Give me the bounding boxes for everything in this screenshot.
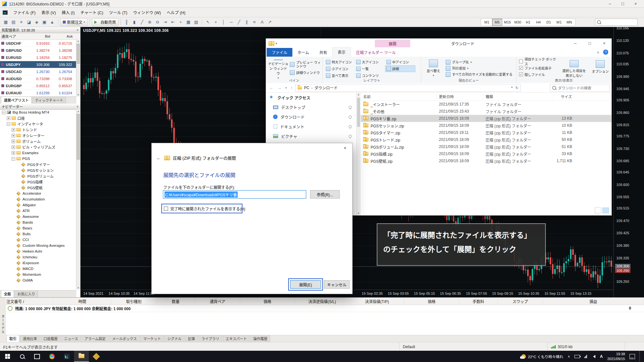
tree-toggle-icon[interactable]: + (12, 140, 15, 143)
details-view-icon[interactable] (595, 208, 601, 213)
file-row[interactable]: _その他2021/09/15 15:43ファイル フォルダー (361, 108, 611, 115)
tree-item[interactable]: −PGS (0, 156, 76, 162)
terminal-column-header[interactable]: 取引種別 (111, 299, 156, 304)
cancel-button[interactable]: キャンセル (324, 280, 350, 289)
file-row[interactable]: PGS壁紙.zip2021/09/15 18:09圧縮 (zip 形式) フォル… (361, 157, 611, 164)
timeframe-w1[interactable]: W1 (554, 19, 564, 26)
browse-button[interactable]: 参照(R)... (310, 190, 340, 199)
tree-item[interactable]: Bulls (0, 231, 76, 237)
hidden-icons-chevron[interactable]: ∧ (568, 355, 570, 358)
tree-item[interactable]: Bands (0, 219, 76, 225)
explorer-tab[interactable]: 共有 (314, 48, 332, 57)
weather-widget[interactable]: 22°C くもり時々晴れ (521, 354, 563, 359)
terminal-tab[interactable]: 口座履歴 (41, 335, 61, 342)
file-column-header[interactable]: サイズ (552, 94, 575, 99)
tree-item[interactable]: +ビル・ウィリアムズ (0, 144, 76, 150)
layout-option[interactable]: 大アイコン (355, 59, 385, 65)
scroll-down-icon[interactable]: ▼ (356, 211, 361, 215)
explorer-nav-item[interactable]: クイック アクセス (266, 93, 356, 102)
new-chart-icon[interactable]: ▦ (2, 18, 10, 26)
explorer-nav-item[interactable]: ドキュメント (266, 122, 356, 131)
tree-item[interactable]: Alligator (0, 202, 76, 208)
profiles-icon[interactable]: ▤ (10, 18, 17, 26)
preview-pane-button[interactable]: プレビュー ウィンドウ (290, 60, 321, 68)
close-icon[interactable]: × (77, 28, 79, 32)
tree-item[interactable]: Momentum (0, 272, 76, 277)
taskbar-search-button[interactable] (15, 351, 30, 362)
terminal-tab[interactable]: 運用比率 (20, 335, 40, 342)
column-symbol[interactable]: 通貨ペア (0, 34, 29, 39)
options-button[interactable]: オプション (591, 59, 610, 78)
large-icons-view-icon[interactable] (602, 208, 609, 213)
maximize-button[interactable]: □ (616, 0, 629, 7)
close-icon[interactable]: × (338, 143, 352, 153)
terminal-column-header[interactable]: 注文番号 / (5, 299, 53, 304)
navigator-scrollbar[interactable]: ▲ ▼ (76, 109, 80, 290)
terminal-tab[interactable]: 取引 (6, 335, 19, 342)
file-column-header[interactable]: 種類 (483, 94, 552, 99)
navigation-pane-button[interactable]: ナビゲーション ウィンドウ ▾ (268, 58, 289, 78)
market-watch-row[interactable]: EURAUD1.612991.61324 (0, 89, 80, 97)
layout-option[interactable]: 一覧 (355, 65, 385, 72)
tree-toggle-icon[interactable]: + (7, 116, 10, 120)
explorer-search-box[interactable]: ダウンロードの検索 (550, 84, 610, 92)
zoom-out-icon[interactable]: ⊖ (154, 18, 161, 26)
terminal-column-header[interactable]: 価格 (404, 299, 459, 304)
customize-quick-access-icon[interactable]: ▾ (276, 42, 277, 45)
market-watch-tab[interactable]: 通貨ペアリスト (1, 97, 32, 104)
scroll-up-icon[interactable]: ▲ (76, 109, 80, 113)
file-row[interactable]: PGS指標.zip2021/09/15 18:09圧縮 (zip 形式) フォル… (361, 150, 611, 157)
zoom-in-icon[interactable]: ⊕ (146, 18, 154, 26)
navigator-tab[interactable]: 全般 (1, 290, 14, 297)
breadcrumb-downloads[interactable]: ダウンロード (314, 85, 337, 90)
toolbar-search-box[interactable] (595, 19, 638, 26)
chart-mdi-icon[interactable] (3, 10, 8, 15)
taskbar-clock[interactable]: 19:38 2021/09/15 (607, 352, 625, 361)
auto-scroll-icon[interactable]: ⇥ (161, 18, 169, 26)
terminal-column-header[interactable]: 時間 (53, 299, 111, 304)
tree-toggle-icon[interactable]: + (12, 134, 15, 137)
file-row[interactable]: PGSタイマー.zip2021/09/15 19:11圧縮 (zip 形式) フ… (361, 129, 611, 136)
tree-toggle-icon[interactable]: + (12, 128, 15, 132)
menu-item[interactable]: ヘルプ (H) (164, 8, 188, 17)
taskbar-mt4[interactable] (59, 351, 74, 362)
periods-icon[interactable]: ▦ (185, 18, 192, 26)
tree-item[interactable]: PGSタイマー (0, 162, 76, 167)
tree-item[interactable]: PGS指標 (0, 179, 76, 185)
taskbar-metaeditor[interactable] (89, 351, 104, 362)
tree-item[interactable]: CCI (0, 237, 76, 243)
market-watch-row[interactable]: USDJPY109.306109.322 (0, 61, 80, 68)
terminal-column-header[interactable]: 損益 (543, 299, 644, 304)
address-box[interactable]: PC › ダウンロード ▾↻ (295, 84, 521, 92)
back-icon[interactable]: ← (156, 155, 161, 161)
explorer-nav-item[interactable]: ダウンロード (266, 112, 356, 122)
help-icon[interactable]: ? (603, 50, 608, 55)
tree-item[interactable]: Accelerator (0, 190, 76, 196)
auto-trading-button[interactable]: 自動売買 (92, 18, 118, 26)
navigator-tab[interactable]: お気に入り (14, 290, 38, 297)
explorer-tab[interactable]: 圧縮フォルダー ツール (351, 48, 401, 57)
tree-item[interactable]: +トレンド (0, 127, 76, 133)
arrow-tools-icon[interactable]: ↗ (266, 18, 274, 26)
tree-item[interactable]: Heiken Ashi (0, 248, 76, 254)
column-ask[interactable]: Ask (52, 34, 74, 38)
tree-item[interactable]: Awesome (0, 214, 76, 219)
equidistant-channel-icon[interactable]: ∥ (243, 18, 251, 26)
crosshair-icon[interactable]: + (212, 18, 220, 26)
scrollbar-thumb[interactable] (77, 114, 80, 160)
file-row[interactable]: PGSセッション.zip2021/09/15 18:09圧縮 (zip 形式) … (361, 122, 611, 129)
file-row[interactable]: PGSキリ番.zip2021/09/15 18:09圧縮 (zip 形式) フォ… (361, 115, 611, 122)
forward-icon[interactable]: → (276, 85, 283, 90)
layout-option[interactable]: 特大アイコン (325, 59, 355, 65)
taskbar-file-explorer[interactable] (74, 351, 89, 362)
tree-item[interactable]: PGSセッション (0, 167, 76, 173)
scrollbar-thumb[interactable] (357, 98, 360, 127)
taskbar-chrome[interactable] (44, 351, 59, 362)
tree-item[interactable]: −インディケータ (0, 121, 76, 127)
candles-icon[interactable]: ▮ (130, 18, 138, 26)
scroll-up-icon[interactable]: ▲ (356, 93, 361, 97)
market-watch-row[interactable]: AUDUSD0.732880.73308 (0, 75, 80, 82)
menu-item[interactable]: ファイル (F) (10, 8, 38, 17)
file-row[interactable]: _インストーラー2021/09/15 17:35ファイル フォルダー (361, 101, 611, 108)
collapse-ribbon-icon[interactable]: ∧ (597, 51, 599, 54)
